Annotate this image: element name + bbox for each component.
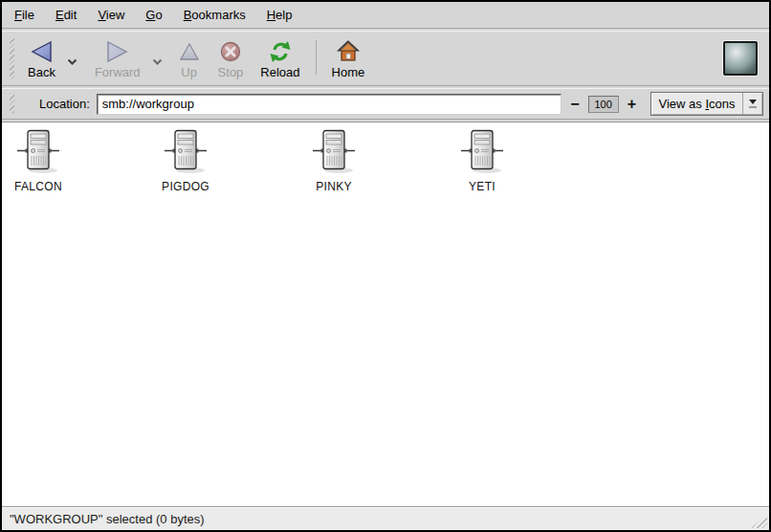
server-item-pinky[interactable]: PINKY bbox=[297, 129, 370, 193]
menu-file[interactable]: File bbox=[4, 4, 45, 26]
back-button[interactable]: Back bbox=[19, 33, 64, 84]
forward-icon bbox=[105, 38, 130, 65]
server-label: PIGDOG bbox=[162, 180, 209, 193]
toolbar: Back Forward bbox=[2, 32, 769, 85]
server-icon bbox=[460, 129, 504, 175]
forward-label: Forward bbox=[95, 65, 141, 79]
location-input[interactable] bbox=[97, 94, 562, 115]
menu-bookmarks[interactable]: Bookmarks bbox=[173, 4, 256, 26]
throbber-area bbox=[723, 41, 765, 76]
view-as-label: View as Icons bbox=[651, 93, 742, 115]
back-history-dropdown[interactable] bbox=[64, 40, 80, 84]
menu-bar: File Edit View Go Bookmarks Help bbox=[2, 2, 769, 28]
location-label: Location: bbox=[26, 97, 90, 111]
chevron-down-icon bbox=[152, 58, 163, 66]
stop-label: Stop bbox=[218, 65, 244, 79]
stop-icon bbox=[219, 38, 242, 65]
home-icon bbox=[336, 38, 361, 65]
server-icon bbox=[16, 129, 60, 175]
menu-view[interactable]: View bbox=[87, 4, 135, 26]
up-icon bbox=[178, 38, 201, 65]
throbber-icon bbox=[723, 41, 758, 76]
status-bar: "WORKGROUP" selected (0 bytes) bbox=[2, 506, 769, 530]
menu-go[interactable]: Go bbox=[135, 4, 172, 26]
forward-button[interactable]: Forward bbox=[86, 33, 149, 84]
toolbar-separator bbox=[316, 40, 317, 75]
zoom-level-indicator: 100 bbox=[588, 96, 619, 113]
reload-icon bbox=[268, 38, 293, 65]
server-item-falcon[interactable]: FALCON bbox=[2, 129, 75, 193]
server-item-yeti[interactable]: YETI bbox=[446, 129, 518, 193]
location-bar: Location: − 100 + View as Icons bbox=[2, 89, 769, 119]
server-item-pigdog[interactable]: PIGDOG bbox=[149, 129, 222, 193]
back-label: Back bbox=[28, 65, 55, 79]
icon-view[interactable]: FALCON PIGDOG bbox=[2, 122, 769, 506]
combo-dropdown-icon bbox=[742, 93, 762, 115]
back-icon bbox=[29, 38, 54, 65]
up-button[interactable]: Up bbox=[169, 33, 209, 84]
reload-label: Reload bbox=[260, 65, 299, 79]
file-manager-window: File Edit View Go Bookmarks Help Back bbox=[0, 0, 771, 532]
stop-button[interactable]: Stop bbox=[209, 33, 253, 84]
up-label: Up bbox=[181, 65, 197, 79]
server-label: YETI bbox=[469, 180, 496, 193]
reload-button[interactable]: Reload bbox=[252, 33, 308, 84]
menu-edit[interactable]: Edit bbox=[45, 4, 87, 26]
zoom-in-button[interactable]: + bbox=[626, 97, 638, 112]
home-button[interactable]: Home bbox=[323, 33, 374, 84]
server-icon bbox=[164, 129, 208, 175]
resize-grip[interactable] bbox=[751, 515, 767, 528]
server-label: PINKY bbox=[316, 180, 352, 193]
forward-history-dropdown[interactable] bbox=[149, 40, 165, 84]
home-label: Home bbox=[332, 65, 365, 79]
menu-help[interactable]: Help bbox=[256, 4, 303, 26]
server-label: FALCON bbox=[14, 180, 62, 193]
server-icon bbox=[312, 129, 356, 175]
view-as-combo[interactable]: View as Icons bbox=[650, 92, 763, 116]
chevron-down-icon bbox=[67, 58, 77, 66]
locationbar-drag-handle[interactable] bbox=[10, 94, 14, 113]
toolbar-drag-handle[interactable] bbox=[10, 37, 14, 79]
zoom-out-button[interactable]: − bbox=[568, 97, 581, 112]
status-text: "WORKGROUP" selected (0 bytes) bbox=[10, 512, 205, 526]
